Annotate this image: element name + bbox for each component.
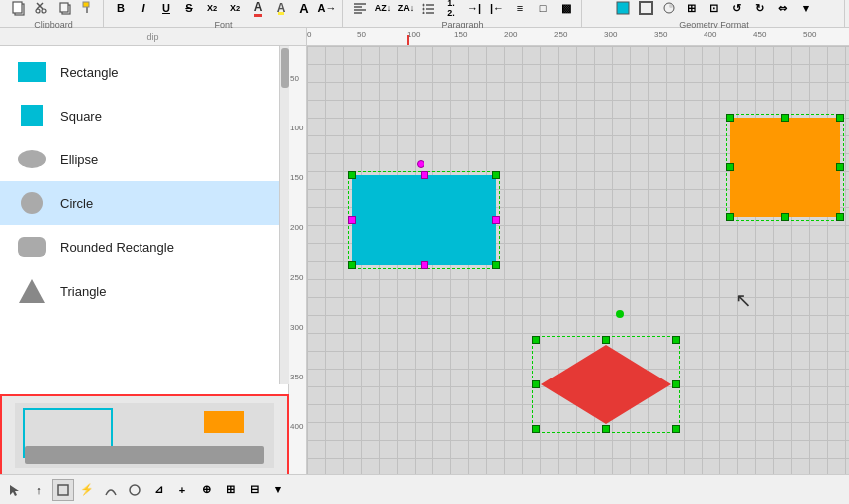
top-toolbar: Clipboard B I U S X2 X2 A A A A→ Font [0,0,849,28]
group-button[interactable]: ⊡ [704,0,725,19]
font-highlight-button[interactable]: A [270,0,292,19]
shape-item-circle[interactable]: Circle [0,181,288,225]
orange-handle-br[interactable] [836,213,844,221]
thumb-gray-bar [25,446,264,464]
svg-point-14 [423,4,425,7]
ruler-left-50: 50 [290,74,299,83]
orange-handle-tl[interactable] [726,114,734,122]
underline-button[interactable]: U [155,0,177,19]
square-label: Square [60,109,102,124]
blue-resize-left[interactable] [348,216,356,224]
blue-resize-bottom[interactable] [421,261,428,269]
bullet-list-button[interactable] [418,0,439,19]
tool-shape[interactable] [52,479,74,501]
za-sort-button[interactable]: ZA↓ [395,0,417,19]
blue-handle-tl[interactable] [348,171,356,179]
diamond-handle-bottom[interactable] [602,425,610,433]
diamond-handle-tl[interactable] [532,336,540,344]
italic-button[interactable]: I [133,0,154,19]
shape-effects-button[interactable] [658,0,680,19]
format-painter-button[interactable] [77,0,99,19]
blue-resize-top[interactable] [421,171,428,179]
shape-container: ↖ [307,46,849,474]
shape-item-rounded-rectangle[interactable]: Rounded Rectangle [0,225,288,269]
subscript-button[interactable]: X2 [201,0,223,19]
orange-handle-top[interactable] [781,114,789,122]
tool-circle[interactable] [124,479,145,501]
diamond-handle-tr[interactable] [672,336,680,344]
dropdown-arrow-button[interactable]: ▾ [795,0,817,19]
tool-pointer[interactable] [4,479,26,501]
font-size-button[interactable]: A [293,0,315,19]
orange-handle-tr[interactable] [836,114,844,122]
cursor-arrow: ↖ [735,288,752,312]
shape-item-square[interactable]: Square [0,94,288,137]
shading-button[interactable]: ▩ [555,0,577,19]
paragraph-group: AZ↓ ZA↓ 1.2. →| |← ≡ □ ▩ Paragraph [345,0,582,30]
superscript-button[interactable]: X2 [224,0,246,19]
tool-plus[interactable]: ⊕ [195,479,217,501]
shape-item-rectangle[interactable]: Rectangle [0,50,288,94]
ruler-mark-50: 50 [357,30,366,39]
blue-rect-shape[interactable] [352,175,496,265]
scrollbar[interactable] [279,46,289,384]
orange-handle-left[interactable] [726,163,734,171]
diamond-handle-bl[interactable] [532,425,540,433]
orange-rect-shape[interactable] [730,118,840,217]
ruler-mark-150: 150 [454,30,467,39]
ruler-mark-250: 250 [554,30,567,39]
shape-fill-button[interactable] [612,0,634,19]
border-button[interactable]: □ [532,0,554,19]
tool-lightning[interactable]: ⚡ [76,479,98,501]
orange-handle-right[interactable] [836,163,844,171]
shape-item-triangle[interactable]: Triangle [0,269,288,313]
orange-handle-bottom[interactable] [781,213,789,221]
line-spacing-button[interactable]: ≡ [509,0,531,19]
tool-arrow[interactable]: ↑ [28,479,50,501]
diamond-handle-left[interactable] [532,380,540,388]
rotation-handle[interactable] [417,160,424,168]
az-sort-button[interactable]: AZ↓ [372,0,394,19]
diamond-handle-top[interactable] [602,336,610,344]
green-dot [616,310,624,318]
strikethrough-button[interactable]: S [178,0,200,19]
shape-outline-button[interactable] [635,0,657,19]
flip-h-button[interactable]: ⇔ [772,0,794,19]
canvas-wrapper: 50 100 150 200 250 300 350 400 [289,46,849,474]
blue-handle-br[interactable] [492,261,500,269]
arrange-button[interactable]: ⊞ [681,0,703,19]
tool-arc[interactable] [100,479,122,501]
scrollbar-thumb[interactable] [281,48,289,88]
svg-rect-9 [86,7,88,13]
cut-button[interactable] [31,0,53,19]
rotate-left-button[interactable]: ↺ [726,0,748,19]
indent-button[interactable]: →| [463,0,485,19]
blue-handle-bl[interactable] [348,261,356,269]
bold-button[interactable]: B [110,0,132,19]
circle-icon [16,187,48,219]
shape-item-ellipse[interactable]: Ellipse [0,137,288,181]
svg-point-27 [21,192,43,214]
outdent-button[interactable]: |← [486,0,508,19]
canvas-area[interactable]: ↖ [307,46,849,474]
number-list-button[interactable]: 1.2. [440,0,462,19]
tool-grid[interactable]: ⊟ [243,479,265,501]
diamond-handle-br[interactable] [672,425,680,433]
tool-connector[interactable]: ⊿ [147,479,169,501]
rounded-rectangle-icon [16,231,48,263]
align-left-button[interactable] [349,0,371,19]
char-spacing-button[interactable]: A→ [316,0,338,19]
blue-resize-right[interactable] [492,216,500,224]
font-color-button[interactable]: A [247,0,269,19]
tool-layer[interactable]: ⊞ [219,479,241,501]
diamond-handle-right[interactable] [672,380,680,388]
red-diamond-shape[interactable] [536,340,676,429]
rotate-right-button[interactable]: ↻ [749,0,771,19]
paste-button[interactable] [8,0,30,19]
orange-handle-bl[interactable] [726,213,734,221]
copy-button[interactable] [54,0,76,19]
thumbnail-inner [15,403,274,468]
tool-more[interactable]: ▾ [267,479,289,501]
tool-cross[interactable]: + [171,479,193,501]
blue-handle-tr[interactable] [492,171,500,179]
